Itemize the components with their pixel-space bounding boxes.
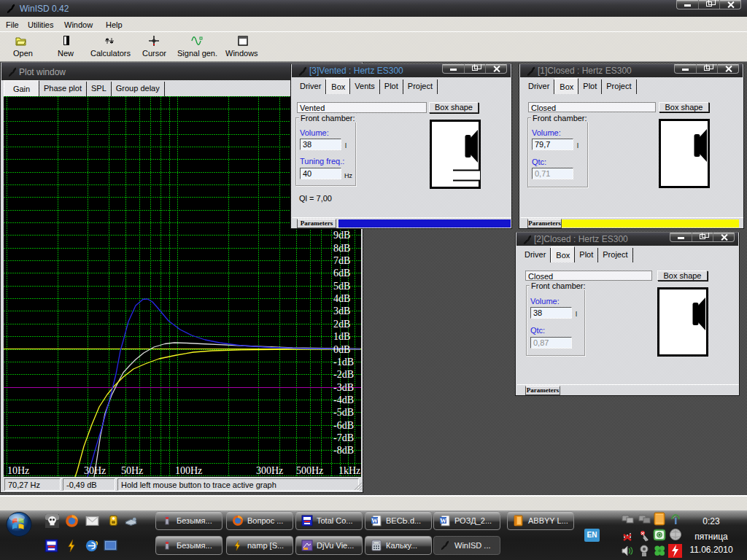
svg-text:10Hz: 10Hz — [7, 465, 29, 476]
svg-text:-3dB: -3dB — [333, 382, 354, 393]
svg-text:-5dB: -5dB — [333, 407, 354, 418]
svg-text:-8dB: -8dB — [333, 445, 354, 456]
svg-text:1kHz: 1kHz — [338, 465, 360, 476]
svg-text:30Hz: 30Hz — [84, 465, 106, 476]
svg-text:9dB: 9dB — [333, 230, 350, 241]
svg-text:4dB: 4dB — [333, 293, 350, 304]
svg-text:-7dB: -7dB — [333, 432, 354, 443]
svg-text:6dB: 6dB — [333, 268, 350, 279]
svg-text:2dB: 2dB — [333, 319, 350, 330]
svg-text:100Hz: 100Hz — [175, 465, 202, 476]
svg-text:7dB: 7dB — [333, 255, 350, 266]
svg-text:8dB: 8dB — [333, 243, 350, 254]
svg-text:-2dB: -2dB — [333, 369, 354, 380]
svg-text:-1dB: -1dB — [333, 357, 354, 368]
svg-text:300Hz: 300Hz — [256, 465, 283, 476]
svg-text:5dB: 5dB — [333, 281, 350, 292]
svg-text:50Hz: 50Hz — [121, 465, 143, 476]
svg-text:W: W — [440, 517, 446, 524]
svg-text:1dB: 1dB — [333, 331, 350, 342]
svg-text:-4dB: -4dB — [333, 394, 354, 405]
svg-text:0dB: 0dB — [333, 344, 350, 355]
svg-text:3dB: 3dB — [333, 306, 350, 316]
svg-text:500Hz: 500Hz — [296, 465, 323, 476]
svg-text:-6dB: -6dB — [333, 420, 354, 431]
svg-text:W: W — [371, 517, 378, 524]
